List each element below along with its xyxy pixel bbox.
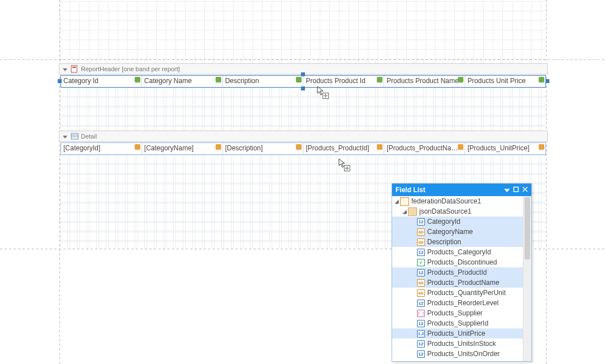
- smart-tag-icon[interactable]: [539, 144, 544, 150]
- field-label: Products_SupplierId: [427, 319, 488, 327]
- field-list-title: Field List: [396, 186, 426, 194]
- datasource-node[interactable]: ◢ federationDataSource1: [392, 196, 523, 206]
- field-list-tree[interactable]: ◢ federationDataSource1 ◢ jsonDataSource…: [392, 196, 523, 361]
- svg-rect-1: [72, 67, 76, 68]
- field-node[interactable]: abProducts_ProductName: [392, 278, 523, 288]
- field-label: Products_UnitsOnOrder: [427, 350, 500, 358]
- detail-cell[interactable]: [Products_UnitPrice]: [465, 143, 545, 154]
- scrollbar-thumb[interactable]: [525, 197, 530, 259]
- report-designer-canvas: ReportHeader [one band per report] Categ…: [0, 0, 606, 364]
- field-type-icon: ab: [417, 279, 425, 287]
- field-node[interactable]: ✓Products_Discontinued: [392, 257, 523, 267]
- selection-handle-n[interactable]: [301, 72, 305, 76]
- field-label: Products_UnitPrice: [427, 330, 485, 337]
- datasource-label: federationDataSource1: [411, 197, 481, 205]
- table-icon: [408, 207, 417, 216]
- field-type-icon: 12: [417, 320, 425, 327]
- field-type-icon: ab: [417, 228, 425, 236]
- smart-tag-icon[interactable]: [539, 77, 544, 83]
- smart-tag-icon[interactable]: [135, 77, 140, 83]
- header-cell[interactable]: Description: [223, 76, 304, 87]
- field-node[interactable]: abDescription: [392, 237, 523, 247]
- field-node[interactable]: abProducts_QuantityPerUnit: [392, 288, 523, 298]
- field-type-icon: ab: [417, 289, 425, 297]
- margin-guide-left[interactable]: [59, 0, 60, 364]
- child-datasource-label: jsonDataSource1: [419, 207, 471, 215]
- band-collapse-icon[interactable]: [59, 132, 71, 140]
- child-datasource-node[interactable]: ◢ jsonDataSource1: [392, 206, 523, 216]
- selection-handle-s[interactable]: [301, 86, 305, 90]
- margin-guide-top[interactable]: [0, 59, 606, 60]
- field-type-icon: 1.2: [417, 330, 425, 337]
- header-row[interactable]: Category IdCategory NameDescriptionProdu…: [61, 75, 546, 88]
- field-label: Products_UnitsInStock: [427, 340, 496, 348]
- field-node[interactable]: ⋮⋮Products_Supplier: [392, 308, 523, 318]
- field-label: CategoryName: [427, 228, 473, 236]
- field-node[interactable]: 12Products_SupplierId: [392, 318, 523, 328]
- smart-tag-icon[interactable]: [135, 144, 140, 150]
- field-label: Products_ReorderLevel: [427, 299, 498, 307]
- smart-tag-icon[interactable]: [216, 77, 221, 83]
- band-header-detail[interactable]: Detail: [59, 131, 548, 142]
- detail-row[interactable]: [CategoryId][CategoryName][Description][…: [61, 142, 546, 155]
- detail-cell[interactable]: [CategoryName]: [142, 143, 223, 154]
- scrollbar[interactable]: [523, 196, 531, 361]
- datasource-icon: [400, 197, 409, 206]
- field-type-icon: 12: [417, 269, 425, 276]
- field-list-titlebar[interactable]: Field List: [392, 184, 531, 196]
- field-type-icon: 12: [417, 218, 425, 226]
- field-node[interactable]: 12CategoryId: [392, 216, 523, 227]
- smart-tag-icon[interactable]: [458, 144, 463, 150]
- field-type-icon: ⋮⋮: [417, 310, 425, 317]
- header-cell[interactable]: Category Id: [61, 76, 142, 87]
- margin-guide-right[interactable]: [546, 0, 547, 364]
- svg-rect-2: [71, 133, 78, 139]
- smart-tag-icon[interactable]: [296, 144, 302, 150]
- field-label: Products_ProductName: [427, 279, 499, 287]
- svg-rect-5: [514, 187, 518, 192]
- selection-handle-e[interactable]: [545, 79, 549, 83]
- field-type-icon: 12: [417, 300, 425, 307]
- field-node[interactable]: abCategoryName: [392, 227, 523, 237]
- smart-tag-icon[interactable]: [377, 77, 382, 83]
- smart-tag-icon[interactable]: [377, 144, 382, 150]
- expand-icon[interactable]: ◢: [401, 207, 408, 215]
- field-type-icon: ✓: [417, 259, 425, 266]
- header-cell[interactable]: Category Name: [142, 76, 223, 87]
- band-header-label: ReportHeader [one band per report]: [81, 66, 180, 72]
- field-node[interactable]: 1.2Products_UnitPrice: [392, 328, 523, 339]
- field-type-icon: 12: [417, 350, 425, 358]
- field-list-window[interactable]: Field List ◢ federationDataSource1 ◢ jso…: [392, 183, 532, 362]
- header-cell[interactable]: Products Unit Price: [465, 76, 545, 87]
- field-node[interactable]: 12Products_ProductId: [392, 267, 523, 278]
- expand-icon[interactable]: ◢: [393, 197, 400, 205]
- close-icon[interactable]: [522, 186, 528, 194]
- header-cell[interactable]: Products Product Id: [303, 76, 384, 87]
- band-collapse-icon[interactable]: [59, 65, 71, 73]
- svg-rect-0: [71, 66, 77, 72]
- header-cell[interactable]: Products Product Name: [384, 76, 465, 87]
- report-icon: [71, 65, 79, 73]
- dropdown-icon[interactable]: [504, 186, 510, 194]
- detail-cell[interactable]: [CategoryId]: [61, 143, 142, 154]
- field-type-icon: ab: [417, 239, 425, 246]
- detail-cell[interactable]: [Products_ProductId]: [303, 143, 384, 154]
- field-node[interactable]: 12Products_UnitsInStock: [392, 339, 523, 349]
- field-node[interactable]: 12Products_UnitsOnOrder: [392, 349, 523, 359]
- field-label: Products_Discontinued: [427, 258, 497, 266]
- detail-cell[interactable]: [Description]: [223, 143, 304, 154]
- field-node[interactable]: 12Products_CategoryId: [392, 247, 523, 257]
- field-label: Description: [427, 238, 461, 246]
- smart-tag-icon[interactable]: [296, 77, 302, 83]
- field-label: CategoryId: [427, 218, 461, 226]
- right-margin-area: [547, 0, 606, 364]
- field-node[interactable]: 12Products_ReorderLevel: [392, 298, 523, 308]
- field-label: Products_Supplier: [427, 309, 483, 317]
- detail-cell[interactable]: [Products_ProductName]: [384, 143, 465, 154]
- maximize-icon[interactable]: [513, 186, 519, 194]
- left-margin-area: [0, 0, 59, 364]
- smart-tag-icon[interactable]: [458, 77, 463, 83]
- field-label: Products_QuantityPerUnit: [427, 289, 506, 297]
- smart-tag-icon[interactable]: [216, 144, 221, 150]
- selection-handle-w[interactable]: [58, 79, 62, 83]
